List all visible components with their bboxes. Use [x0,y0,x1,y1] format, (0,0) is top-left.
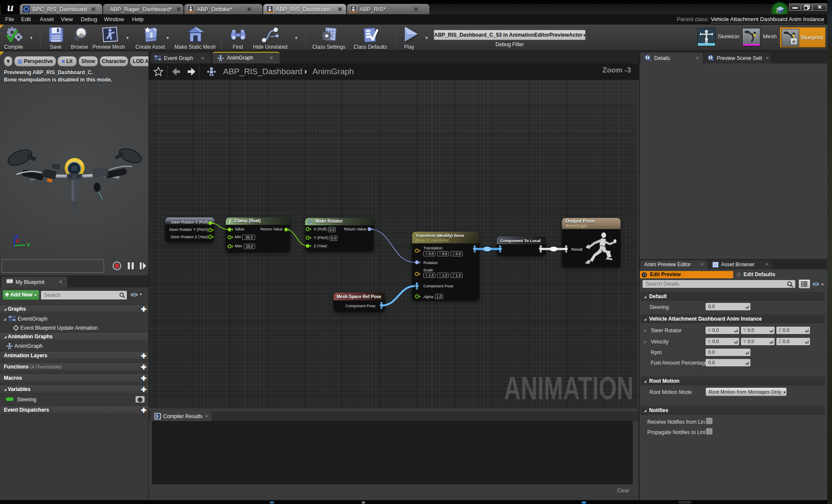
svg-text:Y: Y [27,243,30,248]
svg-text:X: X [16,238,19,243]
